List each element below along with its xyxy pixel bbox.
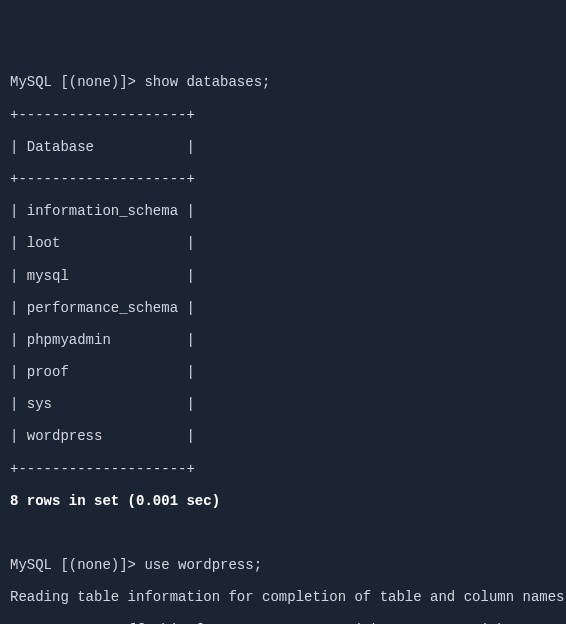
table-row: | proof | <box>10 364 556 380</box>
prompt-prefix: MySQL [(none)]> <box>10 74 144 90</box>
command-text: use wordpress; <box>144 557 262 573</box>
blank-line <box>10 525 556 541</box>
table-row: | mysql | <box>10 268 556 284</box>
table-border: +--------------------+ <box>10 461 556 477</box>
table-border: +--------------------+ <box>10 171 556 187</box>
table-row: | information_schema | <box>10 203 556 219</box>
command-text: show databases; <box>144 74 270 90</box>
info-text: Reading table information for completion… <box>10 589 556 605</box>
table-row: | wordpress | <box>10 428 556 444</box>
table-header: | Database | <box>10 139 556 155</box>
table-border: +--------------------+ <box>10 107 556 123</box>
prompt-line-2: MySQL [(none)]> use wordpress; <box>10 557 556 573</box>
result-summary: 8 rows in set (0.001 sec) <box>10 493 556 509</box>
table-row: | performance_schema | <box>10 300 556 316</box>
prompt-prefix: MySQL [(none)]> <box>10 557 144 573</box>
table-row: | sys | <box>10 396 556 412</box>
prompt-line-1: MySQL [(none)]> show databases; <box>10 74 556 90</box>
table-row: | loot | <box>10 235 556 251</box>
table-row: | phpmyadmin | <box>10 332 556 348</box>
